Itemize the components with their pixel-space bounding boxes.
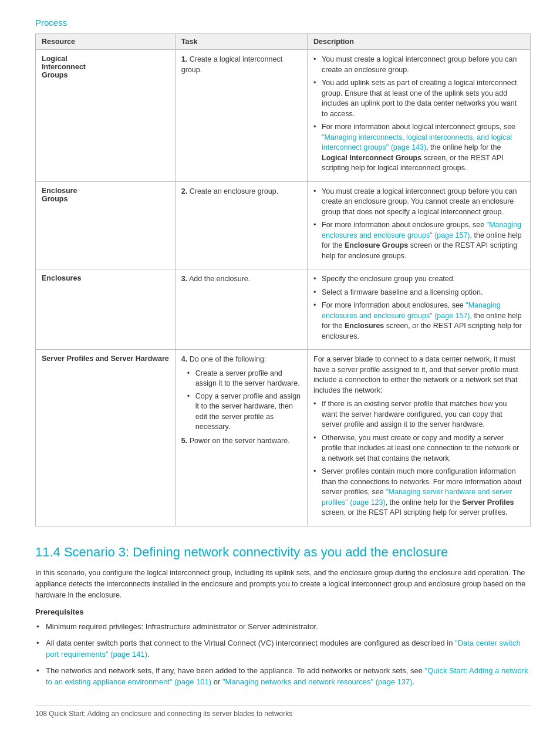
prereq-item: All data center switch ports that connec… — [35, 637, 531, 660]
footer: 108 Quick Start: Adding an enclosure and… — [35, 706, 531, 718]
resource-enclosure-groups: EnclosureGroups — [36, 181, 176, 269]
resource-enclosures: Enclosures — [36, 269, 176, 350]
task-enclosures: 3. Add the enclosure. — [175, 269, 307, 350]
desc-server-profiles: For a server blade to connect to a data … — [308, 350, 531, 526]
link-eg-managing[interactable]: "Managing enclosures and enclosure group… — [322, 221, 521, 239]
table-row: EnclosureGroups 2. Create an enclosure g… — [36, 181, 531, 269]
link-switch-port-req[interactable]: "Data center switch port requirements" (… — [46, 639, 521, 659]
link-enclosures-managing[interactable]: "Managing enclosures and enclosure group… — [322, 301, 501, 320]
task-logical-interconnect: 1. Create a logical interconnect group. — [175, 50, 307, 182]
link-lig-managing[interactable]: "Managing interconnects, logical interco… — [322, 133, 512, 152]
scenario-title: 11.4 Scenario 3: Defining network connec… — [35, 544, 531, 561]
col-task: Task — [175, 34, 307, 50]
scenario-intro: In this scenario, you configure the logi… — [35, 568, 531, 600]
link-managing-networks[interactable]: "Managing networks and network resources… — [222, 677, 413, 686]
process-table: Resource Task Description LogicalInterco… — [35, 33, 531, 526]
table-row: LogicalInterconnectGroups 1. Create a lo… — [36, 50, 531, 182]
task-enclosure-groups: 2. Create an enclosure group. — [175, 181, 307, 269]
prerequisites-heading: Prerequisites — [35, 607, 531, 616]
desc-enclosure-groups: You must create a logical interconnect g… — [308, 181, 531, 269]
desc-enclosures: Specify the enclosure group you created.… — [308, 269, 531, 350]
section-title: Process — [35, 18, 531, 28]
prereq-item: Minimum required privileges: Infrastruct… — [35, 621, 531, 633]
col-resource: Resource — [36, 34, 176, 50]
table-row: Server Profiles and Server Hardware 4. D… — [36, 350, 531, 526]
col-description: Description — [308, 34, 531, 50]
table-row: Enclosures 3. Add the enclosure. Specify… — [36, 269, 531, 350]
prereq-item: The networks and network sets, if any, h… — [35, 665, 531, 688]
desc-logical-interconnect: You must create a logical interconnect g… — [308, 50, 531, 182]
resource-logical-interconnect: LogicalInterconnectGroups — [36, 50, 176, 182]
task-server-profiles: 4. Do one of the following: Create a ser… — [175, 350, 307, 526]
prerequisites-list: Minimum required privileges: Infrastruct… — [35, 621, 531, 688]
resource-server-profiles: Server Profiles and Server Hardware — [36, 350, 176, 526]
table-header-row: Resource Task Description — [36, 34, 531, 50]
